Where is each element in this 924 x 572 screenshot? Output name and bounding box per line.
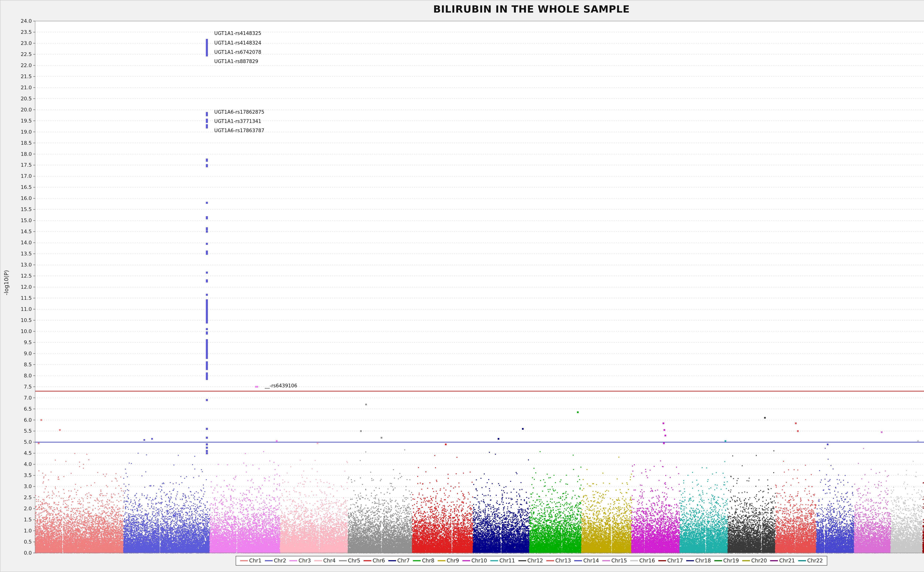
snp-annotation: __-rs6439106 (265, 383, 297, 389)
y-tick-label: 17.0 (4, 173, 32, 179)
legend-item-chr1: Chr1 (240, 558, 261, 564)
legend-item-chr19: Chr19 (714, 558, 739, 564)
y-tick-label: 14.0 (4, 240, 32, 246)
y-tick-label: 17.5 (4, 162, 32, 168)
legend-label: Chr3 (299, 558, 311, 564)
legend-label: Chr9 (447, 558, 459, 564)
y-tick-label: 21.5 (4, 74, 32, 79)
legend-label: Chr19 (723, 558, 739, 564)
legend-marker-icon (546, 560, 554, 561)
legend-label: Chr1 (249, 558, 261, 564)
manhattan-figure: BILIRUBIN IN THE WHOLE SAMPLE -log10(P) … (0, 0, 924, 572)
legend-marker-icon (265, 560, 273, 561)
legend-label: Chr18 (695, 558, 711, 564)
y-tick-label: 21.0 (4, 85, 32, 90)
y-tick-label: 13.0 (4, 262, 32, 267)
legend-item-chr12: Chr12 (519, 558, 543, 564)
legend-item-chr22: Chr22 (798, 558, 823, 564)
legend-item-chr13: Chr13 (546, 558, 571, 564)
y-tick-label: 12.0 (4, 284, 32, 290)
legend-marker-icon (686, 560, 694, 561)
chart-title: BILIRUBIN IN THE WHOLE SAMPLE (0, 3, 924, 15)
snp-annotation: UGT1A1-rs3771341 (214, 118, 261, 124)
legend-marker-icon (413, 560, 421, 561)
legend-label: Chr5 (348, 558, 360, 564)
legend-label: Chr20 (751, 558, 767, 564)
legend-item-chr8: Chr8 (413, 558, 435, 564)
y-tick-label: 20.0 (4, 107, 32, 113)
y-tick-label: 23.5 (4, 30, 32, 35)
y-tick-label: 3.5 (4, 473, 32, 478)
y-tick-label: 0.5 (4, 539, 32, 545)
y-tick-label: 22.5 (4, 51, 32, 57)
y-tick-label: 20.5 (4, 96, 32, 101)
legend-marker-icon (339, 560, 347, 561)
legend-label: Chr14 (584, 558, 599, 564)
y-tick-label: 7.0 (4, 395, 32, 401)
y-tick-label: 8.0 (4, 373, 32, 379)
legend-label: Chr22 (807, 558, 823, 564)
y-tick-label: 4.5 (4, 451, 32, 456)
y-tick-label: 23.0 (4, 40, 32, 46)
manhattan-plot-canvas (0, 0, 924, 572)
legend-label: Chr4 (323, 558, 335, 564)
legend-item-chr14: Chr14 (575, 558, 599, 564)
legend-item-chr4: Chr4 (314, 558, 335, 564)
legend-item-chr9: Chr9 (438, 558, 459, 564)
y-tick-label: 15.5 (4, 207, 32, 212)
legend-marker-icon (798, 560, 806, 561)
legend-marker-icon (575, 560, 582, 561)
legend-marker-icon (290, 560, 297, 561)
legend-label: Chr7 (397, 558, 410, 564)
y-tick-label: 8.5 (4, 362, 32, 367)
y-tick-label: 16.0 (4, 196, 32, 201)
legend-item-chr17: Chr17 (658, 558, 683, 564)
y-tick-label: 1.0 (4, 528, 32, 533)
y-tick-label: 6.0 (4, 417, 32, 423)
y-tick-label: 22.0 (4, 63, 32, 68)
legend-item-chr16: Chr16 (630, 558, 655, 564)
legend-item-chr10: Chr10 (462, 558, 487, 564)
legend-label: Chr8 (422, 558, 435, 564)
snp-annotation: UGT1A1-rs4148325 (214, 31, 261, 36)
y-tick-label: 12.5 (4, 273, 32, 279)
y-tick-label: 2.0 (4, 506, 32, 511)
y-tick-label: 5.5 (4, 428, 32, 434)
y-tick-label: 5.0 (4, 439, 32, 445)
legend-marker-icon (388, 560, 396, 561)
legend-item-chr2: Chr2 (265, 558, 286, 564)
legend-label: Chr13 (555, 558, 571, 564)
legend-item-chr3: Chr3 (290, 558, 311, 564)
legend-label: Chr15 (611, 558, 627, 564)
y-tick-label: 3.0 (4, 483, 32, 489)
legend-label: Chr12 (527, 558, 543, 564)
y-tick-label: 10.5 (4, 317, 32, 323)
legend-item-chr11: Chr11 (490, 558, 515, 564)
y-tick-label: 16.5 (4, 185, 32, 190)
legend-item-chr15: Chr15 (602, 558, 627, 564)
legend-marker-icon (519, 560, 526, 561)
legend-item-chr5: Chr5 (339, 558, 360, 564)
y-tick-label: 18.5 (4, 140, 32, 146)
legend-item-chr7: Chr7 (388, 558, 410, 564)
y-tick-label: 14.5 (4, 229, 32, 234)
legend: Chr1Chr2Chr3Chr4Chr5Chr6Chr7Chr8Chr9Chr1… (236, 556, 827, 566)
y-tick-label: 9.5 (4, 340, 32, 345)
y-tick-label: 24.0 (4, 18, 32, 24)
legend-label: Chr11 (499, 558, 515, 564)
legend-marker-icon (490, 560, 498, 561)
snp-annotation: UGT1A6-rs17862875 (214, 109, 264, 115)
legend-item-chr18: Chr18 (686, 558, 711, 564)
y-tick-label: 18.0 (4, 151, 32, 157)
legend-marker-icon (602, 560, 610, 561)
legend-label: Chr21 (779, 558, 795, 564)
legend-label: Chr17 (667, 558, 683, 564)
y-tick-label: 0.0 (4, 550, 32, 556)
y-tick-label: 19.5 (4, 118, 32, 124)
legend-marker-icon (742, 560, 750, 561)
legend-marker-icon (438, 560, 446, 561)
legend-marker-icon (363, 560, 371, 561)
snp-annotation: UGT1A1-rs4148324 (214, 40, 261, 46)
legend-label: Chr6 (373, 558, 385, 564)
legend-item-chr20: Chr20 (742, 558, 767, 564)
